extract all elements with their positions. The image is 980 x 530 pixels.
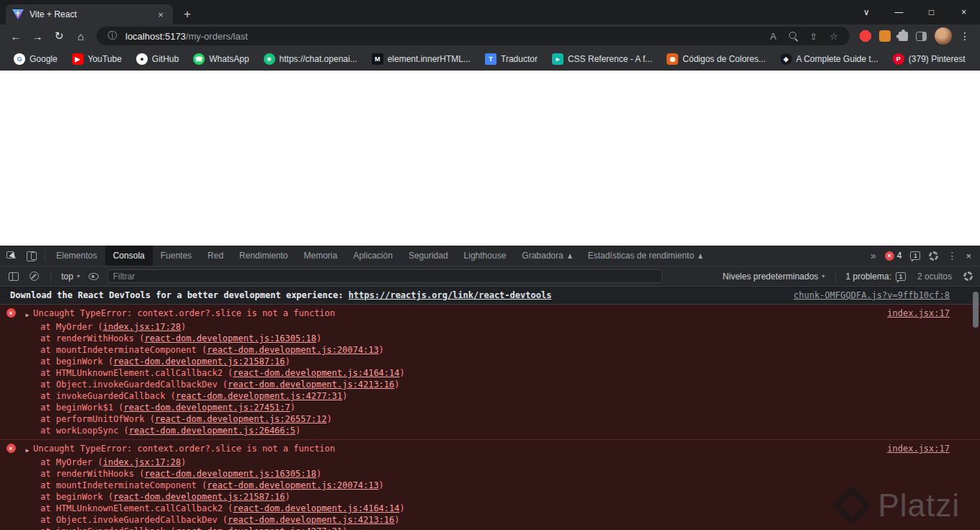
- new-tab-button[interactable]: +: [177, 4, 197, 24]
- reload-icon[interactable]: ↻: [49, 26, 69, 46]
- experiment-flask-icon: [568, 253, 572, 259]
- devtools-tab[interactable]: Estadísticas de rendimiento: [580, 246, 710, 266]
- bookmark-item[interactable]: ● GitHub: [130, 51, 185, 67]
- bookmark-item[interactable]: ☎ WhatsApp: [187, 51, 255, 67]
- devtools-settings-gear-icon[interactable]: [929, 251, 938, 261]
- close-button[interactable]: ×: [948, 0, 980, 24]
- devtools-tab[interactable]: Consola: [105, 246, 153, 266]
- clear-console-icon[interactable]: [27, 270, 40, 283]
- translate-icon[interactable]: A: [766, 29, 780, 43]
- inspect-element-icon[interactable]: [1, 246, 22, 266]
- react-devtools-link[interactable]: https://reactjs.org/link/react-devtools: [349, 290, 552, 300]
- side-panel-icon[interactable]: [916, 32, 927, 41]
- console-filter-input[interactable]: [107, 269, 662, 283]
- devtools-tab[interactable]: Lighthouse: [456, 246, 514, 266]
- console-error-message: × ▶ Uncaught TypeError: context.order?.s…: [0, 305, 980, 440]
- devtools-tab[interactable]: Seguridad: [401, 246, 456, 266]
- issues-chip[interactable]: 1 problema: 1: [846, 271, 906, 282]
- home-icon[interactable]: ⌂: [71, 26, 91, 46]
- stack-source-link[interactable]: react-dom.development.js:26557:12: [155, 414, 326, 424]
- stack-source-link[interactable]: react-dom.development.js:4213:16: [228, 515, 394, 525]
- stack-source-link[interactable]: react-dom.development.js:4164:14: [233, 368, 399, 378]
- devtools-tab[interactable]: Memoria: [295, 246, 345, 266]
- bookmark-item[interactable]: M element.innerHTML...: [365, 51, 477, 67]
- devtools-tabbar: Elementos Consola Fuentes Red: [0, 246, 980, 266]
- bookmark-item[interactable]: ◉ Códigos de Colores...: [660, 51, 772, 67]
- extensions-puzzle-icon[interactable]: [899, 32, 908, 41]
- devtools-tab-label: Fuentes: [161, 251, 192, 261]
- console-sidebar-icon[interactable]: [7, 270, 20, 283]
- maximize-button[interactable]: □: [915, 0, 948, 24]
- stack-frame: at beginWork (react-dom.development.js:2…: [0, 356, 950, 367]
- browser-menu-kebab-icon[interactable]: ⋮: [960, 30, 970, 42]
- bookmarks-bar: G Google ▶ YouTube ● GitHub ☎ WhatsApp ∗…: [0, 48, 980, 71]
- stack-source-link[interactable]: react-dom.development.js:16305:18: [145, 333, 316, 343]
- devtools-tab-label: Red: [208, 251, 223, 261]
- device-toolbar-icon[interactable]: [22, 246, 42, 266]
- more-tabs-icon[interactable]: »: [870, 250, 876, 261]
- log-levels-label: Niveles predeterminados: [723, 271, 819, 282]
- stack-source-link[interactable]: index.jsx:17:28: [103, 322, 181, 332]
- stack-source-link[interactable]: react-dom.development.js:20074:13: [207, 480, 378, 490]
- devtools-tab[interactable]: Red: [200, 246, 231, 266]
- source-link[interactable]: chunk-OMFGQDFA.js?v=9ffb10cf:8: [793, 289, 950, 301]
- stack-source-link[interactable]: react-dom.development.js:26466:5: [129, 426, 295, 436]
- bookmark-item[interactable]: ∗ https://chat.openai...: [257, 51, 364, 67]
- stack-source-link[interactable]: react-dom.development.js:4277:31: [176, 391, 342, 401]
- devtools-tab[interactable]: Elementos: [48, 246, 105, 266]
- stack-source-link[interactable]: index.jsx:17:28: [103, 457, 181, 467]
- error-header: × ▶ Uncaught TypeError: context.order?.s…: [0, 307, 950, 321]
- bookmark-item[interactable]: ▶ YouTube: [66, 51, 128, 67]
- devtools-tab[interactable]: Grabadora: [514, 246, 579, 266]
- stack-source-link[interactable]: react-dom.development.js:16305:18: [145, 469, 316, 479]
- console-error-badge[interactable]: × 4: [885, 251, 902, 261]
- stack-source-link[interactable]: react-dom.development.js:4164:14: [233, 503, 399, 513]
- expand-arrow-icon[interactable]: ▶: [22, 307, 33, 321]
- stack-source-link[interactable]: react-dom.development.js:21587:16: [113, 356, 285, 367]
- extension-icon[interactable]: [879, 30, 891, 42]
- context-selector[interactable]: top ▾: [61, 271, 80, 282]
- stack-source-link[interactable]: react-dom.development.js:27451:7: [124, 403, 290, 413]
- profile-avatar[interactable]: [935, 27, 952, 45]
- bookmark-item[interactable]: ▸ CSS Reference - A f...: [545, 51, 659, 67]
- stack-frame: at Object.invokeGuardedCallbackDev (reac…: [0, 514, 950, 526]
- stack-source-link[interactable]: react-dom.development.js:20074:13: [207, 345, 378, 355]
- stack-frame: at mountIndeterminateComponent (react-do…: [0, 480, 950, 491]
- error-icon: ×: [6, 444, 16, 453]
- expand-arrow-icon[interactable]: ▶: [22, 443, 33, 457]
- minimize-button[interactable]: —: [883, 0, 915, 24]
- scrollbar-thumb[interactable]: [973, 292, 979, 328]
- tab-search-button[interactable]: ∨: [850, 0, 883, 24]
- extensions-area: ⋮: [855, 27, 974, 45]
- devtools-tab[interactable]: Fuentes: [153, 246, 200, 266]
- bookmark-item[interactable]: T Traductor: [478, 51, 544, 67]
- divider: [835, 271, 836, 282]
- bookmark-star-icon[interactable]: ☆: [827, 29, 841, 43]
- bookmark-item[interactable]: P (379) Pinterest: [886, 51, 972, 67]
- source-link[interactable]: index.jsx:17: [887, 307, 950, 319]
- devtools-tab[interactable]: Rendimiento: [231, 246, 295, 266]
- devtools-menu-kebab-icon[interactable]: ⋮: [947, 250, 957, 261]
- search-lens-icon[interactable]: [786, 29, 801, 43]
- bookmark-item[interactable]: G Google: [7, 51, 64, 67]
- stack-source-link[interactable]: react-dom.development.js:4277:31: [176, 526, 342, 530]
- stack-source-link[interactable]: react-dom.development.js:21587:16: [113, 492, 285, 502]
- bookmark-favicon-icon: G: [14, 53, 25, 65]
- console-settings-gear-icon[interactable]: [963, 271, 973, 281]
- forward-icon[interactable]: →: [27, 26, 48, 46]
- site-info-icon[interactable]: ⓘ: [105, 29, 120, 43]
- live-expression-eye-icon[interactable]: [87, 270, 100, 283]
- log-levels-dropdown[interactable]: Niveles predeterminados ▾: [723, 271, 825, 282]
- browser-tab-active[interactable]: Vite + React ×: [6, 4, 173, 24]
- devtools-tab[interactable]: Aplicación: [345, 246, 401, 266]
- address-bar[interactable]: ⓘ localhost:5173/my-orders/last A ⇧ ☆: [97, 27, 850, 45]
- tab-close-icon[interactable]: ×: [155, 9, 166, 20]
- stack-source-link[interactable]: react-dom.development.js:4213:16: [228, 379, 394, 390]
- share-icon[interactable]: ⇧: [806, 29, 821, 43]
- devtools-close-icon[interactable]: ×: [966, 251, 971, 261]
- bookmark-item[interactable]: ◆ A Complete Guide t...: [774, 51, 885, 67]
- back-icon[interactable]: ←: [6, 26, 26, 46]
- issues-badge[interactable]: 1: [910, 251, 920, 260]
- source-link[interactable]: index.jsx:17: [887, 443, 950, 454]
- adblock-extension-icon[interactable]: [860, 30, 871, 42]
